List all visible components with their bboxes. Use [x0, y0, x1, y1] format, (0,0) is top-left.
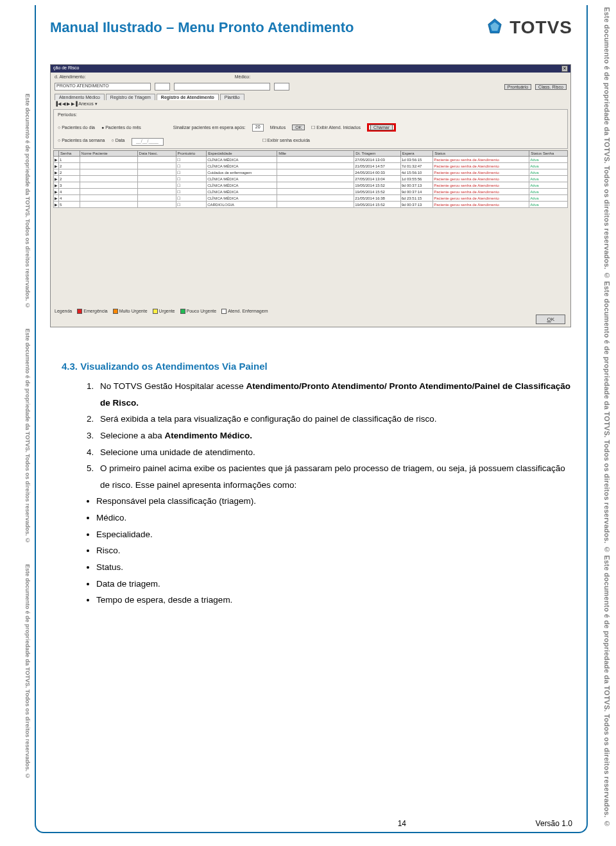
bullet-item: Médico.: [96, 510, 572, 526]
bullet-item: Responsável pela classificação (triagem)…: [96, 493, 572, 510]
radio-semana[interactable]: Pacientes da semana: [58, 138, 105, 146]
atend-lookup[interactable]: [155, 83, 170, 91]
check-senha-excluida[interactable]: Exibir senha excluída: [262, 138, 311, 146]
table-row[interactable]: ▶4☐CLÍNICA MÉDICA19/05/2014 15:529d 00:3…: [54, 189, 568, 195]
step-1: No TOTVS Gestão Hospitalar acesse Atendi…: [96, 378, 572, 411]
totvs-logo-icon: [484, 17, 506, 39]
chamar-highlight: Chamar: [367, 123, 396, 132]
dialog-ok-button[interactable]: OK: [536, 315, 565, 324]
page-number: 14: [398, 819, 406, 828]
bullet-item: Data de triagem.: [96, 576, 572, 592]
tab-atendimento-medico[interactable]: Atendimento Médico: [55, 94, 105, 100]
watermark-right: Este documento é de propriedade da TOTVS…: [597, 6, 611, 828]
patients-table: Senha Nome Paciente Data Nasc. Prontuári…: [53, 150, 568, 208]
section-heading: 4.3. Visualizando os Atendimentos Via Pa…: [62, 361, 572, 372]
periodos-label: Períodos:: [58, 112, 563, 117]
filter-ok-button[interactable]: OK: [292, 125, 305, 130]
page-frame: Manual Ilustrado – Menu Pronto Atendimen…: [35, 5, 588, 833]
chamar-button[interactable]: Chamar: [370, 125, 393, 130]
medico-label: Médico:: [235, 74, 251, 79]
page-footer: 14 Versão 1.0: [50, 819, 572, 828]
radio-dia[interactable]: Pacientes do dia: [58, 125, 95, 130]
step-2: Será exibida a tela para visualização e …: [96, 411, 572, 427]
table-row[interactable]: ▶3☐CLÍNICA MÉDICA19/05/2014 15:529d 00:3…: [54, 182, 568, 189]
table-row[interactable]: ▶2☐CLÍNICA MÉDICA21/05/2014 14:577d 01:3…: [54, 163, 568, 169]
version-label: Versão 1.0: [536, 819, 572, 828]
table-row[interactable]: ▶4☐CLÍNICA MÉDICA21/05/2014 16:386d 23:5…: [54, 195, 568, 202]
tabs: Atendimento Médico Registro de Triagem R…: [51, 92, 570, 100]
table-row[interactable]: ▶1☐CLÍNICA MÉDICA27/05/2014 13:031d 03:5…: [54, 157, 568, 163]
step-3: Selecione a aba Atendimento Médico.: [96, 427, 572, 444]
date-field[interactable]: __/__/____: [132, 138, 164, 146]
pager[interactable]: ▐◀ ◀ ▶ ▶▐ Anexos ▾: [51, 100, 570, 108]
filter-panel: Períodos: Pacientes do dia Pacientes do …: [53, 109, 568, 149]
table-header-row: Senha Nome Paciente Data Nasc. Prontuári…: [54, 151, 568, 157]
logo-text: TOTVS: [509, 17, 572, 38]
tab-registro-atendimento[interactable]: Registro de Atendimento: [157, 94, 219, 100]
instruction-list: No TOTVS Gestão Hospitalar acesse Atendi…: [96, 378, 572, 493]
sinalizar-label: Sinalizar pacientes em espera após:: [173, 125, 246, 130]
tab-registro-triagem[interactable]: Registro de Triagem: [106, 94, 155, 100]
radio-data[interactable]: Data: [112, 138, 125, 146]
header: Manual Ilustrado – Menu Pronto Atendimen…: [50, 17, 572, 39]
medico-field[interactable]: [174, 83, 270, 91]
window-titlebar: ção de Risco ✕: [51, 65, 570, 73]
watermark-left: Este documento é de propriedade da TOTVS…: [21, 83, 31, 790]
check-atend-iniciados[interactable]: Exibir Atend. Iniciados: [311, 125, 361, 130]
bullet-item: Risco.: [96, 542, 572, 559]
tab-plantao[interactable]: Plantão: [220, 94, 244, 100]
legend: Legenda Emergência Muito Urgente Urgente…: [55, 309, 268, 314]
bullet-item: Status.: [96, 559, 572, 576]
bullet-list: Responsável pela classificação (triagem)…: [96, 493, 572, 608]
legend-label: Legenda: [55, 309, 72, 313]
class-risco-button[interactable]: Class. Risco: [535, 84, 567, 90]
bullet-item: Especialidade.: [96, 526, 572, 543]
atendimento-label: d. Atendimento:: [55, 74, 86, 79]
prontuario-button[interactable]: Prontuário: [504, 84, 531, 90]
table-row[interactable]: ▶2☐CLÍNICA MÉDICA27/05/2014 13:041d 03:5…: [54, 176, 568, 182]
medico-lookup[interactable]: [274, 83, 289, 91]
logo: TOTVS: [484, 17, 572, 39]
page-title: Manual Ilustrado – Menu Pronto Atendimen…: [50, 19, 354, 36]
table-row[interactable]: ▶5☐CARDIOLOGIA19/05/2014 15:529d 00:37:1…: [54, 202, 568, 208]
radio-mes[interactable]: Pacientes do mês: [101, 125, 141, 130]
minutos-label: Minutos: [270, 125, 286, 130]
bullet-item: Tempo de espera, desde a triagem.: [96, 592, 572, 609]
minutos-field[interactable]: 20: [252, 124, 264, 132]
step-5: O primeiro painel acima exibe os pacient…: [96, 460, 572, 493]
step-4: Selecione uma unidade de atendimento.: [96, 444, 572, 461]
atendimento-field[interactable]: PRONTO ATENDIMENTO: [55, 83, 151, 91]
close-icon[interactable]: ✕: [561, 65, 568, 72]
embedded-screenshot: ção de Risco ✕ d. Atendimento: Médico: P…: [50, 64, 571, 327]
table-row[interactable]: ▶2☐Cuidados de enfermagem24/05/2014 00:3…: [54, 169, 568, 176]
